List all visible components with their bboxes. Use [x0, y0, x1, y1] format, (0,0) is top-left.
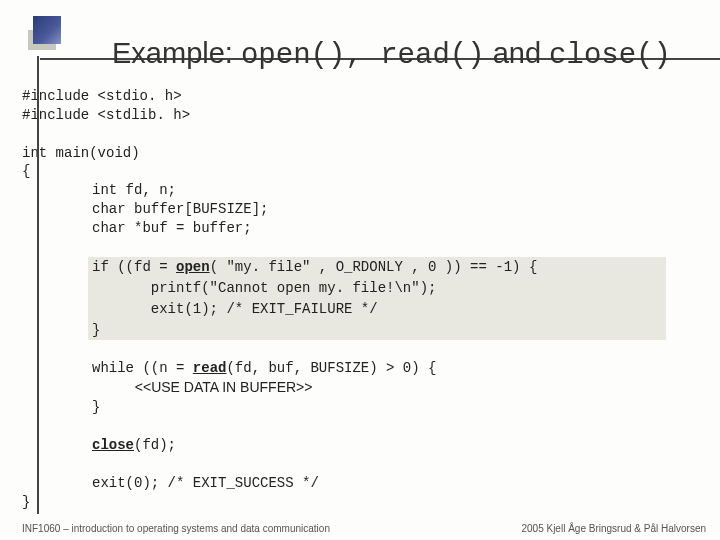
code-line: int main(void)	[22, 145, 140, 161]
code-line: <<USE DATA IN BUFFER>>	[92, 379, 312, 395]
code-line: char *buf = buffer;	[92, 220, 252, 236]
code-line-highlight: printf("Cannot open my. file!\n");	[88, 278, 666, 299]
code-block: #include <stdio. h> #include <stdlib. h>…	[22, 68, 700, 530]
keyword-read: read	[193, 360, 227, 376]
code-line: char buffer[BUFSIZE];	[92, 201, 268, 217]
code-line: while ((n = read(fd, buf, BUFSIZE) > 0) …	[92, 360, 436, 376]
slide: Example: open(), read() and close() #inc…	[0, 0, 720, 540]
code-line: #include <stdlib. h>	[22, 107, 190, 123]
code-line: #include <stdio. h>	[22, 88, 182, 104]
keyword-close: close	[92, 437, 134, 453]
code-line: {	[22, 163, 30, 179]
code-line: }	[22, 494, 30, 510]
code-line: }	[92, 399, 100, 415]
code-line: exit(0); /* EXIT_SUCCESS */	[92, 475, 319, 491]
title-bar: Example: open(), read() and close()	[40, 20, 720, 60]
keyword-open: open	[176, 259, 210, 275]
code-line-highlight: if ((fd = open( "my. file" , O_RDONLY , …	[88, 257, 666, 278]
code-line: close(fd);	[92, 437, 176, 453]
footer-left: INF1060 – introduction to operating syst…	[22, 523, 330, 534]
code-line: int fd, n;	[92, 182, 176, 198]
title-pre: Example:	[112, 37, 233, 69]
footer: INF1060 – introduction to operating syst…	[22, 523, 706, 534]
slide-title: Example: open(), read() and close()	[112, 37, 671, 72]
footer-right: 2005 Kjell Åge Bringsrud & Pål Halvorsen	[521, 523, 706, 534]
accent-box	[33, 16, 61, 44]
code-line-highlight: }	[88, 320, 666, 341]
title-and: and	[485, 37, 550, 69]
vertical-rule	[37, 56, 39, 514]
code-line-highlight: exit(1); /* EXIT_FAILURE */	[88, 299, 666, 320]
